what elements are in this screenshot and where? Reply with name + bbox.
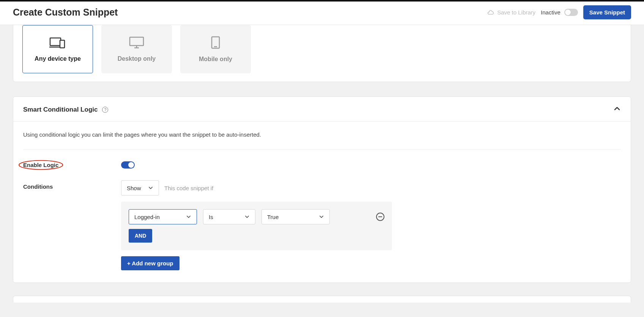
device-option-desktop-label: Desktop only xyxy=(118,55,156,62)
chevron-up-icon xyxy=(613,105,621,113)
chevron-down-icon xyxy=(318,213,325,220)
next-card-peek xyxy=(13,296,631,303)
svg-rect-3 xyxy=(130,37,143,46)
smart-conditional-logic-card: Smart Conditional Logic ? Using conditio… xyxy=(13,96,631,283)
devices-icon xyxy=(49,36,66,49)
minus-icon xyxy=(378,216,382,217)
conditions-instruction: This code snippet if xyxy=(164,185,213,191)
save-to-library-label: Save to Library xyxy=(497,9,535,16)
remove-condition-button[interactable] xyxy=(376,213,384,221)
cloud-icon xyxy=(487,10,494,15)
chevron-down-icon xyxy=(147,185,154,191)
condition-line: Logged-in Is xyxy=(129,209,384,224)
condition-group: Logged-in Is xyxy=(121,202,392,250)
condition-operator-value: Is xyxy=(209,214,213,220)
conditions-label: Conditions xyxy=(23,180,121,190)
conditions-first-line: Show This code snippet if xyxy=(121,180,621,196)
enable-logic-label-wrap: Enable Logic xyxy=(23,159,121,170)
desktop-icon xyxy=(128,36,145,49)
page-header: Create Custom Snippet Save to Library In… xyxy=(0,2,644,25)
condition-value-select[interactable]: True xyxy=(261,209,330,224)
device-type-card: Any device type Desktop only Mobile only xyxy=(13,25,631,82)
condition-field-value: Logged-in xyxy=(134,214,160,220)
collapse-toggle[interactable] xyxy=(613,105,621,114)
device-option-any[interactable]: Any device type xyxy=(22,25,93,73)
show-hide-select[interactable]: Show xyxy=(121,180,159,196)
status-toggle[interactable] xyxy=(564,9,578,16)
condition-operator-select[interactable]: Is xyxy=(203,209,255,224)
scl-body: Using conditional logic you can limit th… xyxy=(13,121,631,282)
condition-field-select[interactable]: Logged-in xyxy=(129,209,197,224)
conditions-row: Conditions Show This code snippet if xyxy=(23,180,621,270)
chevron-down-icon xyxy=(244,213,250,220)
svg-rect-2 xyxy=(60,40,65,48)
save-to-library-link[interactable]: Save to Library xyxy=(487,9,535,16)
scl-title-text: Smart Conditional Logic xyxy=(23,106,98,114)
device-option-mobile[interactable]: Mobile only xyxy=(180,25,251,73)
help-icon[interactable]: ? xyxy=(102,107,108,113)
show-hide-value: Show xyxy=(127,185,141,191)
svg-rect-0 xyxy=(50,38,61,46)
conditions-content: Show This code snippet if Logged-in xyxy=(121,180,621,270)
enable-logic-toggle[interactable] xyxy=(121,161,135,169)
enable-logic-row: Enable Logic xyxy=(23,159,621,170)
add-new-group-button[interactable]: + Add new group xyxy=(121,256,180,270)
status-toggle-wrap: Inactive xyxy=(541,9,578,16)
device-type-row: Any device type Desktop only Mobile only xyxy=(13,25,631,82)
device-option-any-label: Any device type xyxy=(35,55,81,62)
chevron-down-icon xyxy=(185,213,192,220)
page-title: Create Custom Snippet xyxy=(13,7,118,18)
scl-title: Smart Conditional Logic ? xyxy=(23,106,108,114)
status-label: Inactive xyxy=(541,9,561,16)
condition-value-value: True xyxy=(267,214,279,220)
scl-description: Using conditional logic you can limit th… xyxy=(23,131,621,150)
device-option-desktop[interactable]: Desktop only xyxy=(101,25,172,73)
save-snippet-button[interactable]: Save Snippet xyxy=(583,5,631,19)
and-button[interactable]: AND xyxy=(129,229,152,243)
enable-logic-label: Enable Logic xyxy=(23,162,58,168)
device-option-mobile-label: Mobile only xyxy=(199,56,232,63)
mobile-icon xyxy=(211,36,220,49)
canvas: Any device type Desktop only Mobile only xyxy=(0,25,644,317)
scl-header: Smart Conditional Logic ? xyxy=(13,97,631,121)
